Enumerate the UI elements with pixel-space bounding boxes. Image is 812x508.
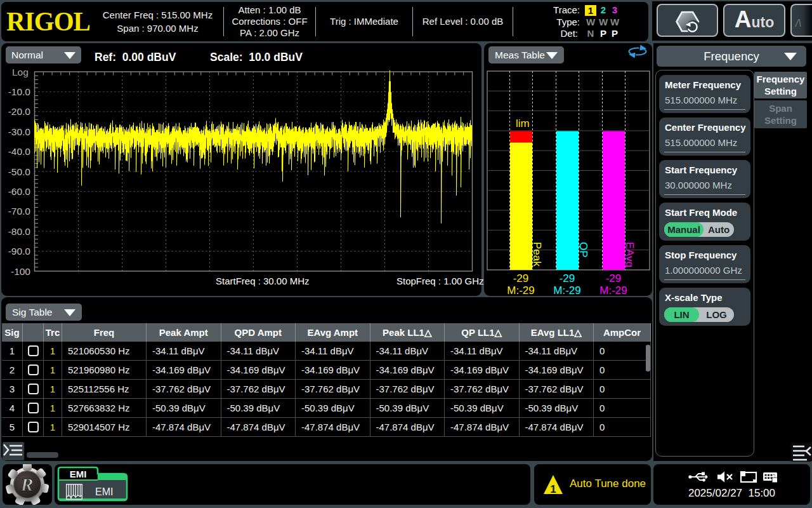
svg-text:-29: -29 (513, 272, 529, 284)
svg-text:M:-29: M:-29 (599, 284, 627, 296)
svg-text:R: R (20, 474, 34, 495)
svg-text:QP: QP (577, 242, 589, 258)
svg-text:-50.0: -50.0 (8, 166, 31, 177)
svg-text:EMI: EMI (70, 469, 87, 479)
svg-text:EMI: EMI (95, 486, 113, 497)
svg-text:Peak: Peak (531, 242, 543, 267)
svg-text:M:-29: M:-29 (553, 284, 580, 296)
svg-text:-29: -29 (560, 272, 575, 284)
svg-text:EAvg: EAvg (624, 242, 636, 267)
svg-text:M:-29: M:-29 (507, 284, 534, 296)
svg-text:-100: -100 (11, 266, 30, 277)
svg-text:-80.0: -80.0 (8, 226, 31, 237)
svg-text:-60.0: -60.0 (8, 186, 31, 197)
svg-text:-70.0: -70.0 (8, 206, 31, 217)
svg-text:-30.0: -30.0 (8, 126, 31, 137)
svg-text:1: 1 (550, 483, 556, 495)
svg-text:-10.0: -10.0 (8, 86, 31, 97)
svg-text:-20.0: -20.0 (8, 106, 31, 117)
svg-text:-29: -29 (606, 272, 622, 284)
svg-text:lim: lim (516, 117, 530, 130)
svg-text:-90.0: -90.0 (8, 246, 31, 257)
svg-text:-40.0: -40.0 (8, 146, 31, 157)
